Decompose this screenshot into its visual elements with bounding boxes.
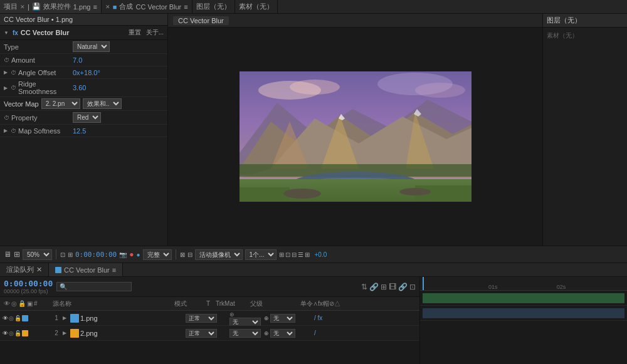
toolbar-icon4[interactable]: ☰ <box>298 251 303 258</box>
layer2-trkmat-select[interactable]: 无 <box>229 329 261 338</box>
angle-expand[interactable]: ▶ <box>4 70 8 75</box>
preview-tab-bar: CC Vector Blur <box>168 14 542 28</box>
tab-project-close[interactable]: ✕ <box>20 4 25 10</box>
timeline-left-panel: 0:00:00:00 00000 (25.00 fps) ⇅ 🔗 ⊞ 🎞 🔗 ⊡… <box>0 277 420 364</box>
map-softness-text: Map Softness <box>18 127 60 135</box>
timeline-controls-bar: 0:00:00:00 00000 (25.00 fps) ⇅ 🔗 ⊞ 🎞 🔗 ⊡ <box>0 277 419 297</box>
t-label: T <box>206 300 210 307</box>
view-num-select[interactable]: 1个... <box>245 249 277 260</box>
layer1-solo[interactable]: ◎ <box>9 315 14 321</box>
layer1-eye[interactable]: 👁 <box>3 315 8 321</box>
layer2-extra: / <box>314 330 419 336</box>
tl-btn-3[interactable]: ⊞ <box>381 283 387 291</box>
layer2-mode-select[interactable]: 正常 <box>186 329 217 338</box>
right-panel-empty: 素材（无） <box>547 32 578 39</box>
tl-btn-4[interactable]: 🎞 <box>389 283 396 291</box>
layer2-lock[interactable]: 🔓 <box>14 330 21 336</box>
angle-stopwatch[interactable]: ⏱ <box>11 70 16 76</box>
layer-row-1[interactable]: 👁 ◎ 🔓 1 ▶ 1.png 正常 ⊛ 无 <box>0 311 419 326</box>
layer1-trkmat-select[interactable]: 无 <box>229 318 261 326</box>
comp-tab-label: CC Vector Blur <box>64 266 110 274</box>
camera-select[interactable]: 活动摄像机 <box>195 249 243 260</box>
comp-tab-icon <box>55 267 61 273</box>
lh-extra-header: 单令∧fx帽⊘△ <box>300 299 419 308</box>
tl-btn-5[interactable]: 🔗 <box>398 283 408 291</box>
effect-name: CC Vector Blur <box>21 29 70 36</box>
layer2-eye[interactable]: 👁 <box>3 330 8 336</box>
complete-select[interactable]: 完整 <box>143 249 172 260</box>
render-queue-close[interactable]: ✕ <box>36 266 42 274</box>
time-code-display[interactable]: 0:00:00:00 <box>4 279 53 288</box>
toolbar-icon5[interactable]: ⊞ <box>305 251 310 258</box>
amount-text: Amount <box>11 56 35 64</box>
type-select[interactable]: Natural <box>73 41 110 52</box>
tab-preview-label[interactable]: 图层（无） <box>192 0 235 13</box>
layer1-parent-select[interactable]: 无 <box>270 314 295 323</box>
tab-material-label[interactable]: 素材（无） <box>235 0 278 13</box>
effect-filename: 1.png <box>73 3 91 11</box>
layer1-mode[interactable]: 正常 <box>186 314 220 323</box>
top-tab-bar: 项目 ✕ | 💾 效果控件 1.png ≡ ✕ ■ 合成 CC Vector B… <box>0 0 627 14</box>
track-row-2 <box>420 306 627 321</box>
map-softness-value[interactable]: 12.5 <box>73 127 86 135</box>
map-softness-stopwatch[interactable]: ⏱ <box>11 128 16 134</box>
layer1-parent[interactable]: ⊕ 无 <box>264 314 314 323</box>
timeline-search[interactable] <box>56 282 132 291</box>
amount-value[interactable]: 7.0 <box>73 56 82 64</box>
toolbar-icon2[interactable]: ⊡ <box>285 251 290 258</box>
amount-stopwatch[interactable]: ⏱ <box>4 57 9 63</box>
layer2-expand[interactable]: ▶ <box>63 330 70 336</box>
comp-timeline-tab[interactable]: CC Vector Blur ≡ <box>49 263 123 276</box>
layer2-trkmat[interactable]: 无 <box>229 329 264 338</box>
toolbar-color-dots: ● <box>129 250 134 259</box>
layer1-num: 1 <box>50 315 63 321</box>
timeline-tracks <box>420 291 627 364</box>
toolbar-icon1[interactable]: ⊞ <box>279 251 284 258</box>
render-queue-tab[interactable]: 渲染队列 ✕ <box>0 263 49 276</box>
layer1-mode-select[interactable]: 正常 <box>186 314 217 323</box>
angle-value[interactable]: 0x+18.0° <box>73 69 100 76</box>
tl-btn-2[interactable]: 🔗 <box>369 283 379 291</box>
preview-toolbar: 🖥 ⊞ 50% ⊡ ⊞ 0:00:00:00 📷 ● ● 完整 ⊠ ⊟ 活动摄像… <box>0 246 627 263</box>
effect-controls-title: CC Vector Blur • 1.png <box>4 16 73 23</box>
tab-composition[interactable]: ✕ ■ 合成 CC Vector Blur ≡ <box>102 0 192 13</box>
layer2-parent[interactable]: ⊕ 无 <box>264 329 314 338</box>
layer2-color <box>22 330 28 336</box>
tab-effect-controls[interactable]: 项目 ✕ | 💾 效果控件 1.png ≡ <box>0 0 102 13</box>
property-stopwatch[interactable]: ⏱ <box>4 115 9 121</box>
ridge-expand[interactable]: ▶ <box>4 85 8 91</box>
ridge-value[interactable]: 3.60 <box>73 84 86 91</box>
effect-expand-toggle[interactable]: ▼ <box>4 30 9 36</box>
vector-map-effect-select[interactable]: 效果和... <box>83 98 122 109</box>
tl-btn-6[interactable]: ⊡ <box>409 283 416 291</box>
tab-comp-close[interactable]: ✕ <box>105 4 110 10</box>
toolbar-icon3[interactable]: ⊟ <box>292 251 297 258</box>
layer1-name[interactable]: 1.png <box>79 315 186 322</box>
track-row-1 <box>420 291 627 306</box>
reset-button[interactable]: 重置 <box>129 28 141 37</box>
property-row: ⏱ Property Red <box>0 111 167 125</box>
map-softness-expand[interactable]: ▶ <box>4 128 8 133</box>
tab-project-icon: 项目 <box>4 2 18 11</box>
property-select[interactable]: Red <box>73 112 101 123</box>
time-display[interactable]: 0:00:00:00 <box>75 251 117 259</box>
preview-tab-label[interactable]: CC Vector Blur <box>173 16 229 25</box>
layer2-mode[interactable]: 正常 <box>186 329 220 338</box>
tl-btn-1[interactable]: ⇅ <box>361 283 367 291</box>
layer1-lock[interactable]: 🔓 <box>14 315 21 321</box>
toolbar-sep1 <box>56 249 56 259</box>
layer1-trkmat[interactable]: ⊛ 无 <box>229 310 264 326</box>
about-button[interactable]: 关于... <box>146 28 164 37</box>
layer1-expand[interactable]: ▶ <box>63 315 70 321</box>
layer2-parent-select[interactable]: 无 <box>270 329 295 338</box>
layer-row-2[interactable]: 👁 ◎ 🔓 2 ▶ 2.png 正常 无 <box>0 326 419 341</box>
svg-point-4 <box>415 83 465 98</box>
zoom-select[interactable]: 50% <box>23 249 52 260</box>
vector-map-layer-select[interactable]: 2. 2.pn <box>41 98 80 109</box>
layer2-solo[interactable]: ◎ <box>9 330 14 336</box>
ridge-stopwatch[interactable]: ⏱ <box>11 85 16 91</box>
type-row: Type Natural <box>0 40 167 54</box>
angle-text: Angle Offset <box>18 69 56 76</box>
layer2-name[interactable]: 2.png <box>79 330 186 337</box>
playhead[interactable] <box>423 277 424 290</box>
